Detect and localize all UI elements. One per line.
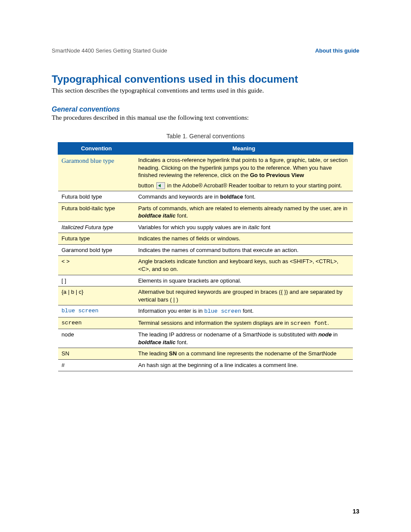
intro-text: This section describes the typographical… xyxy=(52,87,359,94)
text: . xyxy=(327,320,329,326)
header-section: About this guide xyxy=(315,47,359,54)
mono-blue-text: blue screen xyxy=(204,308,241,314)
text: Variables for which you supply values ar… xyxy=(138,224,249,230)
subsection-heading: General conventions xyxy=(52,106,359,113)
cell-meaning: Terminal sessions and information the sy… xyxy=(135,317,353,329)
bold-text: Go to Previous View xyxy=(250,172,304,178)
cell-convention: Futura bold-italic type xyxy=(58,202,135,221)
bold-italic-text: node xyxy=(318,331,332,338)
cell-meaning: The leading IP address or nodename of a … xyxy=(135,329,353,348)
table-row: screen Terminal sessions and information… xyxy=(58,317,353,329)
text: font xyxy=(259,224,270,230)
page-number: 13 xyxy=(352,508,359,515)
cell-meaning: Variables for which you supply values ar… xyxy=(135,221,353,233)
table-row: node The leading IP address or nodename … xyxy=(58,329,353,348)
table-row: Italicized Futura type Variables for whi… xyxy=(58,221,353,233)
garamond-blue-label: Garamond blue type xyxy=(62,157,114,164)
cell-convention: Futura type xyxy=(58,233,135,245)
back-arrow-icon xyxy=(156,182,165,189)
cell-convention: Futura bold type xyxy=(58,191,135,203)
text: on a command line represents the nodenam… xyxy=(177,350,336,357)
italic-text: italic xyxy=(248,224,259,230)
bold-italic-text: boldface italic xyxy=(138,212,176,219)
table-row: SN The leading SN on a command line repr… xyxy=(58,348,353,360)
cell-convention: < > xyxy=(58,256,135,275)
cell-convention: # xyxy=(58,359,135,371)
text: in xyxy=(332,331,338,338)
bold-italic-text: boldface italic xyxy=(138,339,176,345)
conventions-table: Convention Meaning Garamond blue type In… xyxy=(58,142,353,371)
cell-meaning: Angle brackets indicate function and key… xyxy=(135,256,353,275)
cell-meaning: Indicates the names of command buttons t… xyxy=(135,244,353,256)
cell-meaning: Indicates a cross-reference hyperlink th… xyxy=(135,155,353,191)
text: font. xyxy=(241,308,254,314)
subsection-text: The procedures described in this manual … xyxy=(52,114,359,121)
cell-convention: [ ] xyxy=(58,275,135,286)
cell-convention: Italicized Futura type xyxy=(58,221,135,233)
table-row: Futura bold type Commands and keywords a… xyxy=(58,191,353,203)
text: Information you enter is in xyxy=(138,308,204,314)
cell-meaning: An hash sign at the beginning of a line … xyxy=(135,359,353,371)
table-row: Futura type Indicates the names of field… xyxy=(58,233,353,245)
cell-meaning: Parts of commands, which are related to … xyxy=(135,202,353,221)
table-row: < > Angle brackets indicate function and… xyxy=(58,256,353,275)
bold-text: boldface xyxy=(220,193,243,200)
text: The leading xyxy=(138,350,169,357)
cell-convention: {a | b | c} xyxy=(58,286,135,305)
cell-convention: SN xyxy=(58,348,135,360)
text: font. xyxy=(175,212,188,219)
cell-meaning: Alternative but required keywords are gr… xyxy=(135,286,353,305)
header-doc-title: SmartNode 4400 Series Getting Started Gu… xyxy=(52,47,167,54)
text: Terminal sessions and information the sy… xyxy=(138,320,290,326)
text: The leading IP address or nodename of a … xyxy=(138,331,318,338)
document-page: SmartNode 4400 Series Getting Started Gu… xyxy=(0,0,411,532)
table-row: [ ] Elements in square brackets are opti… xyxy=(58,275,353,286)
text: Parts of commands, which are related to … xyxy=(138,205,348,212)
page-header: SmartNode 4400 Series Getting Started Gu… xyxy=(52,47,359,54)
th-meaning: Meaning xyxy=(135,143,353,155)
text: font. xyxy=(243,193,255,200)
table-row: # An hash sign at the beginning of a lin… xyxy=(58,359,353,371)
cell-meaning: Elements in square brackets are optional… xyxy=(135,275,353,286)
table-row: {a | b | c} Alternative but required key… xyxy=(58,286,353,305)
cell-convention: node xyxy=(58,329,135,348)
table-row: Futura bold-italic type Parts of command… xyxy=(58,202,353,221)
text: Commands and keywords are in xyxy=(138,193,220,200)
cell-meaning: The leading SN on a command line represe… xyxy=(135,348,353,360)
cell-meaning: Information you enter is in blue screen … xyxy=(135,305,353,317)
cell-convention: Garamond bold type xyxy=(58,244,135,256)
cell-convention: Garamond blue type xyxy=(58,155,135,191)
cell-convention: screen xyxy=(58,317,135,329)
table-row: Garamond bold type Indicates the names o… xyxy=(58,244,353,256)
table-header-row: Convention Meaning xyxy=(58,143,353,155)
page-title: Typographical conventions used in this d… xyxy=(52,73,359,85)
table-row: Garamond blue type Indicates a cross-ref… xyxy=(58,155,353,191)
bold-text: SN xyxy=(169,350,177,357)
cell-meaning: Indicates the names of fields or windows… xyxy=(135,233,353,245)
cell-convention: blue screen xyxy=(58,305,135,317)
table-row: blue screen Information you enter is in … xyxy=(58,305,353,317)
th-convention: Convention xyxy=(58,143,135,155)
mono-text: screen font xyxy=(290,320,327,327)
text: in the Adobe® Acrobat® Reader toolbar to… xyxy=(166,182,342,189)
text: button xyxy=(138,182,156,189)
text: Indicates a cross-reference hyperlink th… xyxy=(138,157,348,178)
table-caption: Table 1. General conventions xyxy=(52,133,359,140)
text: font. xyxy=(175,339,188,345)
cell-meaning: Commands and keywords are in boldface fo… xyxy=(135,191,353,203)
